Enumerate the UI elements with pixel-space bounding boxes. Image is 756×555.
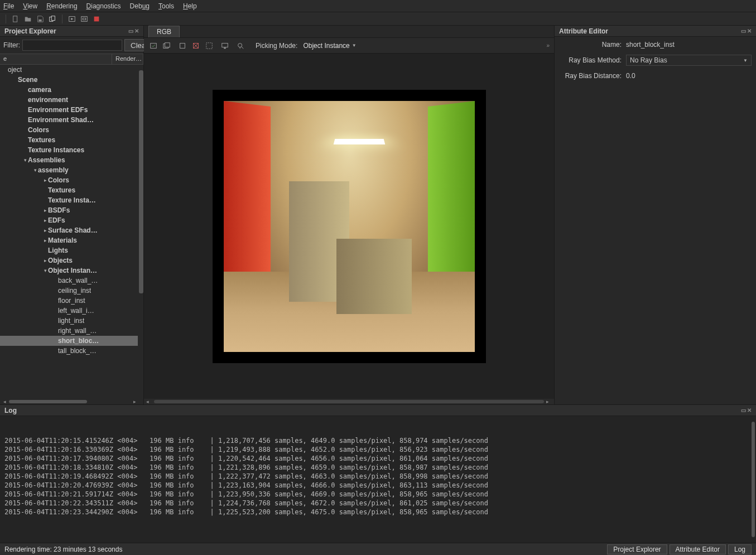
tree-item[interactable]: oject: [0, 65, 138, 75]
tree-item[interactable]: Lights: [0, 245, 138, 255]
project-explorer-title-bar: Project Explorer ▭ ✕: [0, 26, 143, 37]
svg-rect-8: [151, 43, 157, 48]
scrollbar-thumb[interactable]: [9, 400, 87, 403]
tree-item[interactable]: Environment Shad…: [0, 115, 138, 125]
reload-icon[interactable]: [47, 14, 57, 24]
tree-item[interactable]: short_bloc…: [0, 336, 138, 346]
render-region-icon[interactable]: [79, 14, 89, 24]
tree-item[interactable]: ▸EDFs: [0, 215, 138, 225]
attr-value[interactable]: short_block_inst: [626, 41, 752, 49]
expand-arrow-icon[interactable]: ▾: [32, 167, 38, 173]
svg-rect-15: [224, 47, 226, 49]
overflow-icon[interactable]: »: [546, 42, 550, 49]
tree-item[interactable]: tall_block_…: [0, 346, 138, 356]
menu-help[interactable]: Help: [183, 2, 197, 10]
menu-diagnostics[interactable]: Diagnostics: [86, 2, 121, 10]
tree-item[interactable]: ▸Objects: [0, 255, 138, 266]
attr-value[interactable]: 0.0: [626, 72, 752, 80]
horizontal-scrollbar[interactable]: ◂ ▸: [2, 399, 137, 404]
tree-item-label: tall_block_…: [58, 347, 97, 355]
render-viewport[interactable]: [144, 54, 554, 399]
expand-arrow-icon[interactable]: ▸: [42, 228, 48, 233]
tree-item-label: Textures: [48, 186, 75, 194]
status-log-button[interactable]: Log: [728, 544, 752, 554]
tree-item-label: Environment EDFs: [28, 106, 88, 114]
menu-debug[interactable]: Debug: [130, 2, 150, 10]
scroll-right-icon[interactable]: ▸: [132, 399, 137, 404]
tree-item[interactable]: ▾Assemblies: [0, 155, 138, 165]
tree-item[interactable]: ▸Materials: [0, 235, 138, 245]
crop-icon[interactable]: [204, 41, 214, 51]
render-start-icon[interactable]: [67, 14, 77, 24]
tree-item[interactable]: ▸Surface Shad…: [0, 225, 138, 235]
expand-arrow-icon[interactable]: ▸: [42, 207, 48, 213]
expand-arrow-icon[interactable]: ▾: [22, 157, 28, 163]
tree-item[interactable]: left_wall_i…: [0, 306, 138, 316]
expand-arrow-icon[interactable]: ▸: [42, 177, 48, 183]
attr-select[interactable]: No Ray Bias▼: [626, 55, 752, 66]
tree-item[interactable]: ceiling_inst: [0, 286, 138, 296]
close-panel-icon[interactable]: ✕: [134, 28, 139, 34]
tree[interactable]: ojectScenecameraenvironmentEnvironment E…: [0, 65, 138, 397]
scroll-left-icon[interactable]: ◂: [146, 399, 152, 404]
expand-arrow-icon[interactable]: ▸: [42, 238, 48, 243]
expand-arrow-icon[interactable]: ▸: [42, 258, 48, 263]
tree-item[interactable]: right_wall_…: [0, 326, 138, 336]
tree-item[interactable]: ▾Object Instan…: [0, 266, 138, 276]
scroll-right-icon[interactable]: ▸: [546, 399, 552, 404]
svg-rect-11: [180, 43, 185, 48]
log-scrollbar[interactable]: [752, 422, 755, 537]
log-body[interactable]: 2015-06-04T11:20:15.415246Z <004> 196 MB…: [0, 416, 756, 543]
tree-item[interactable]: ▾assembly: [0, 165, 138, 175]
picking-mode-select[interactable]: Object Instance ▼: [303, 42, 356, 50]
tree-item[interactable]: Environment EDFs: [0, 105, 138, 115]
open-folder-icon[interactable]: [23, 14, 33, 24]
tree-item[interactable]: camera: [0, 85, 138, 95]
select-rect-icon[interactable]: [177, 41, 187, 51]
dock-float-icon[interactable]: ▭: [128, 28, 133, 34]
scroll-left-icon[interactable]: ◂: [2, 399, 7, 404]
menu-view[interactable]: View: [23, 2, 37, 10]
menu-tools[interactable]: Tools: [158, 2, 174, 10]
close-panel-icon[interactable]: ✕: [747, 407, 752, 413]
tree-item[interactable]: ▸BSDFs: [0, 205, 138, 215]
status-attribute-editor-button[interactable]: Attribute Editor: [670, 544, 726, 554]
expand-arrow-icon[interactable]: ▾: [42, 268, 48, 273]
tree-item[interactable]: environment: [0, 95, 138, 105]
tree-item[interactable]: ▸Colors: [0, 175, 138, 185]
status-project-explorer-button[interactable]: Project Explorer: [607, 544, 667, 554]
tree-item-label: back_wall_…: [58, 277, 98, 284]
menu-file[interactable]: File: [3, 2, 14, 10]
new-file-icon[interactable]: [11, 14, 21, 24]
save-all-icon[interactable]: [162, 41, 172, 51]
filter-input[interactable]: [22, 40, 122, 51]
tree-item[interactable]: light_inst: [0, 316, 138, 326]
tree-item[interactable]: Textures: [0, 135, 138, 145]
vertical-scrollbar[interactable]: [139, 70, 143, 293]
menubar: File View Rendering Diagnostics Debug To…: [0, 0, 756, 12]
tree-item[interactable]: Textures: [0, 185, 138, 195]
render-stop-icon[interactable]: [92, 14, 102, 24]
expand-arrow-icon[interactable]: ▸: [42, 218, 48, 223]
viewport-hscroll[interactable]: ◂ ▸: [144, 399, 554, 404]
tree-item[interactable]: Texture Instances: [0, 145, 138, 155]
scrollbar-thumb[interactable]: [154, 400, 544, 403]
save-render-icon[interactable]: [148, 41, 158, 51]
tree-item[interactable]: Scene: [0, 75, 138, 85]
col-render[interactable]: Render…: [112, 54, 143, 64]
display-settings-icon[interactable]: [220, 41, 230, 51]
save-icon[interactable]: [35, 14, 45, 24]
clear-selection-icon[interactable]: [191, 41, 201, 51]
tree-item[interactable]: Texture Insta…: [0, 195, 138, 205]
tree-item[interactable]: Colors: [0, 125, 138, 135]
log-line: 2015-06-04T11:20:17.394080Z <004> 196 MB…: [4, 454, 752, 463]
menu-rendering[interactable]: Rendering: [46, 2, 77, 10]
dock-float-icon[interactable]: ▭: [741, 407, 746, 413]
tree-item[interactable]: floor_inst: [0, 296, 138, 306]
close-panel-icon[interactable]: ✕: [747, 28, 752, 34]
tree-item[interactable]: back_wall_…: [0, 276, 138, 286]
tab-rgb[interactable]: RGB: [148, 26, 180, 37]
col-name[interactable]: e: [0, 54, 112, 64]
inspect-icon[interactable]: [235, 41, 245, 51]
dock-float-icon[interactable]: ▭: [741, 28, 746, 34]
